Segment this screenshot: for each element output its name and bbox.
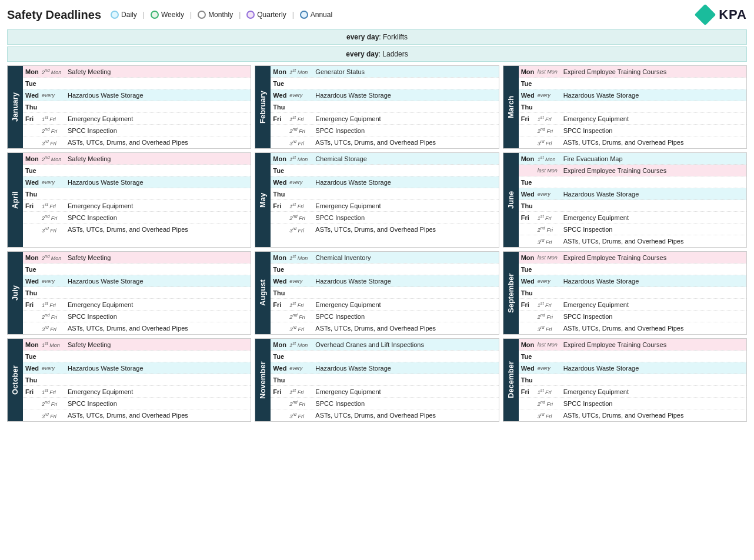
table-row: Tue: [519, 264, 746, 275]
day-occurrence: 1st Mon: [42, 341, 68, 348]
legend-daily-label: Daily: [121, 11, 137, 19]
day-occurrence: 3rd Fri: [42, 226, 68, 234]
table-row: Monlast MonExpired Employee Training Cou…: [519, 339, 746, 351]
table-row: Fri1st FriEmergency Equipment: [23, 386, 251, 398]
day-task: Emergency Equipment: [315, 202, 496, 209]
table-row: Mon1st MonSafety Meeting: [23, 339, 251, 351]
day-task: Overhead Cranes and Lift Inspections: [315, 341, 496, 348]
day-task: Hazardous Waste Storage: [563, 191, 744, 198]
table-row: WedeveryHazardous Waste Storage: [519, 275, 746, 287]
monthly-circle-icon: [198, 11, 206, 19]
day-label: Fri: [273, 202, 289, 209]
table-row: Fri1st FriEmergency Equipment: [519, 113, 746, 125]
day-task: Emergency Equipment: [315, 301, 496, 308]
day-occurrence: 1st Fri: [538, 301, 563, 308]
table-row: Tue: [271, 264, 498, 275]
day-task: Expired Employee Training Courses: [563, 254, 744, 261]
day-occurrence: last Mon: [538, 69, 563, 75]
day-label: Tue: [25, 353, 42, 360]
table-row: 2nd FriSPCC Inspection: [271, 398, 498, 409]
banner-ladders: every day: Ladders: [7, 46, 747, 62]
day-label: Tue: [521, 179, 538, 186]
table-row: Mon1st MonOverhead Cranes and Lift Inspe…: [271, 339, 498, 351]
day-label: Fri: [521, 115, 538, 122]
table-row: Thu: [23, 188, 251, 200]
month-label-december: December: [503, 339, 518, 421]
day-task: Emergency Equipment: [315, 115, 496, 122]
table-row: Tue: [271, 78, 498, 89]
month-content-november: Mon1st MonOverhead Cranes and Lift Inspe…: [269, 339, 498, 421]
day-label: Mon: [521, 341, 538, 348]
table-row: 3rd FriASTs, UTCs, Drums, and Overhead P…: [271, 322, 498, 334]
day-occurrence: every: [538, 278, 563, 284]
table-row: WedeveryHazardous Waste Storage: [519, 362, 746, 374]
day-task: ASTs, UTCs, Drums, and Overhead Pipes: [68, 412, 248, 419]
table-row: 3rd FriASTs, UTCs, Drums, and Overhead P…: [23, 136, 251, 148]
day-task: Hazardous Waste Storage: [315, 92, 496, 99]
day-label: Wed: [25, 92, 42, 99]
day-occurrence: last Mon: [538, 168, 563, 174]
daily-circle-icon: [111, 11, 119, 19]
day-label: Thu: [273, 376, 289, 384]
table-row: Fri1st FriEmergency Equipment: [271, 200, 498, 212]
table-row: Thu: [271, 287, 498, 299]
table-row: Thu: [23, 101, 251, 113]
month-label-november: November: [255, 339, 269, 421]
months-grid: JanuaryMon2nd MonSafety MeetingTueWedeve…: [7, 65, 747, 422]
legend: Daily | Weekly | Monthly | Quarterly | A…: [111, 11, 332, 19]
month-block-december: DecemberMonlast MonExpired Employee Trai…: [503, 338, 747, 422]
month-content-april: Mon2nd MonSafety MeetingTueWedeveryHazar…: [22, 153, 251, 247]
day-task: ASTs, UTCs, Drums, and Overhead Pipes: [315, 325, 496, 332]
day-task: Emergency Equipment: [68, 202, 248, 209]
table-row: Mon2nd MonSafety Meeting: [23, 252, 251, 264]
day-label: Wed: [273, 92, 289, 99]
day-task: Safety Meeting: [68, 68, 248, 75]
day-occurrence: 2nd Fri: [42, 126, 68, 134]
day-occurrence: 3rd Fri: [289, 412, 315, 419]
legend-quarterly: Quarterly: [246, 11, 286, 19]
day-label: Mon: [273, 341, 289, 348]
table-row: Fri1st FriEmergency Equipment: [519, 212, 746, 224]
day-task: Hazardous Waste Storage: [315, 179, 496, 186]
day-occurrence: every: [289, 278, 315, 284]
day-occurrence: 2nd Fri: [42, 214, 68, 221]
day-task: Chemical Storage: [315, 155, 496, 162]
day-occurrence: 3rd Fri: [538, 412, 563, 419]
table-row: Tue: [271, 351, 498, 362]
table-row: Thu: [23, 374, 251, 386]
day-label: Wed: [25, 278, 42, 285]
day-label: Thu: [521, 289, 538, 296]
table-row: 3rd FriASTs, UTCs, Drums, and Overhead P…: [23, 322, 251, 334]
day-label: Thu: [521, 202, 538, 209]
table-row: WedeveryHazardous Waste Storage: [271, 89, 498, 101]
day-task: Hazardous Waste Storage: [68, 179, 248, 186]
day-task: Emergency Equipment: [68, 115, 248, 122]
month-label-march: March: [503, 66, 518, 148]
day-occurrence: 2nd Fri: [538, 312, 563, 320]
day-task: SPCC Inspection: [68, 313, 248, 320]
day-label: Mon: [25, 68, 42, 75]
day-task: ASTs, UTCs, Drums, and Overhead Pipes: [563, 238, 744, 245]
table-row: Fri1st FriEmergency Equipment: [23, 113, 251, 125]
month-content-august: Mon1st MonChemical InventoryTueWedeveryH…: [269, 252, 498, 334]
day-label: Mon: [25, 341, 42, 348]
day-occurrence: 2nd Mon: [42, 68, 68, 75]
month-label-october: October: [8, 339, 22, 421]
day-occurrence: every: [42, 179, 68, 185]
day-label: Tue: [25, 167, 42, 174]
day-occurrence: 2nd Fri: [289, 312, 315, 320]
day-label: Thu: [25, 104, 42, 111]
legend-monthly: Monthly: [198, 11, 233, 19]
day-label: Mon: [521, 254, 538, 261]
table-row: WedeveryHazardous Waste Storage: [271, 362, 498, 374]
day-task: SPCC Inspection: [563, 226, 744, 233]
day-occurrence: 3rd Fri: [538, 139, 563, 146]
day-task: ASTs, UTCs, Drums, and Overhead Pipes: [68, 139, 248, 146]
day-label: Mon: [273, 254, 289, 261]
day-label: Wed: [25, 179, 42, 186]
table-row: WedeveryHazardous Waste Storage: [23, 89, 251, 101]
table-row: 2nd FriSPCC Inspection: [519, 311, 746, 322]
day-task: SPCC Inspection: [563, 400, 744, 407]
day-occurrence: last Mon: [538, 342, 563, 348]
table-row: Tue: [519, 176, 746, 188]
